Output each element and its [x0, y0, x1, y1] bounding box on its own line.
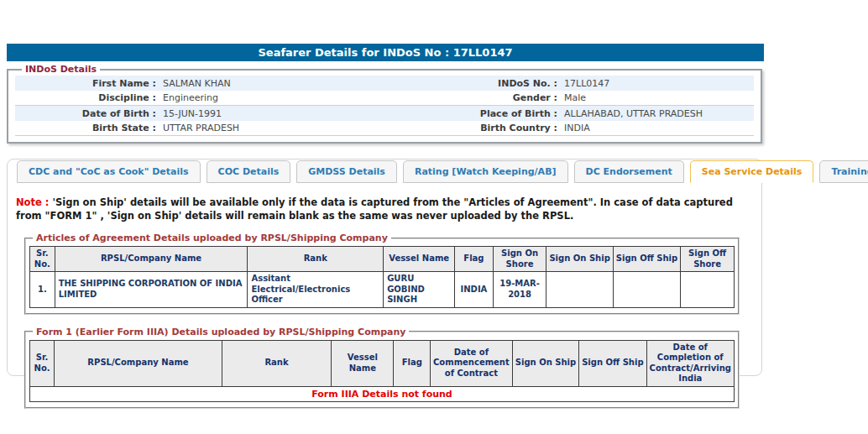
col-date-of-commencement: Date of Commencement of Contract: [431, 340, 513, 386]
col-rpsl-company-name: RPSL/Company Name: [55, 340, 222, 386]
cell-sign-on-ship: [546, 272, 613, 308]
articles-of-agreement-legend: Articles of Agreement Details uploaded b…: [33, 233, 391, 243]
col-flag: Flag: [394, 340, 431, 386]
tab-rating-watch-keeping-ab[interactable]: Rating [Watch Keeping/AB]: [403, 160, 568, 183]
col-flag: Flag: [455, 247, 494, 272]
first-name-value: SALMAN KHAN: [163, 78, 458, 89]
col-sign-on-shore: Sign On Shore: [493, 247, 546, 272]
tab-cdc-coc-as-cook-details[interactable]: CDC and "CoC as Cook" Details: [17, 160, 201, 183]
form1-empty-message: Form IIIA Details not found: [30, 386, 735, 402]
gender-label: Gender :: [465, 92, 557, 103]
form1-table: Sr. No. RPSL/Company Name Rank Vessel Na…: [29, 340, 735, 403]
col-sr-no: Sr. No.: [30, 247, 55, 272]
date-of-birth-value: 15-JUN-1991: [163, 108, 458, 119]
form1-legend: Form 1 (Earlier Form IIIA) Details uploa…: [33, 327, 409, 337]
tab-bar: CDC and "CoC as Cook" Details COC Detail…: [8, 159, 761, 183]
birth-country-value: INDIA: [564, 123, 754, 133]
col-vessel-name: Vessel Name: [332, 340, 394, 386]
col-sign-on-ship: Sign On Ship: [512, 340, 578, 386]
date-of-birth-label: Date of Birth :: [15, 108, 156, 119]
birth-state-label: Birth State :: [15, 123, 156, 133]
indos-no-label: INDoS No. :: [465, 78, 557, 89]
discipline-label: Discipline :: [15, 92, 156, 103]
indos-row-discipline-gender: Discipline : Engineering Gender : Male: [15, 91, 754, 106]
col-date-of-completion: Date of Completion of Contract/Arriving …: [646, 340, 734, 386]
place-of-birth-label: Place of Birth :: [465, 108, 557, 119]
gender-value: Male: [564, 92, 754, 103]
page-title: Seafarer Details for INDoS No : 17LL0147: [7, 44, 764, 61]
col-sign-off-shore: Sign Off Shore: [681, 247, 735, 272]
seafarer-details-page: Seafarer Details for INDoS No : 17LL0147…: [0, 0, 868, 434]
indos-row-state-country: Birth State : UTTAR PRADESH Birth Countr…: [15, 121, 754, 136]
col-sign-off-ship: Sign Off Ship: [579, 340, 646, 386]
note-text: 'Sign on Ship' details will be available…: [16, 196, 733, 222]
form1-header-row: Sr. No. RPSL/Company Name Rank Vessel Na…: [30, 340, 735, 386]
indos-row-birth: Date of Birth : 15-JUN-1991 Place of Bir…: [15, 106, 754, 121]
articles-header-row: Sr. No. RPSL/Company Name Rank Vessel Na…: [30, 247, 735, 272]
tab-gmdss-details[interactable]: GMDSS Details: [296, 160, 397, 183]
note-prefix: Note :: [16, 196, 49, 208]
cell-sr-no: 1.: [30, 272, 55, 308]
col-sr-no: Sr. No.: [30, 340, 55, 386]
col-sign-on-ship: Sign On Ship: [546, 247, 613, 272]
form1-empty-row: Form IIIA Details not found: [30, 386, 735, 402]
col-vessel-name: Vessel Name: [384, 247, 455, 272]
cell-rank: Assitant Electrical/Electronics Officer: [248, 272, 384, 308]
col-rank: Rank: [222, 340, 331, 386]
cell-sign-on-shore: 19-MAR-2018: [493, 272, 546, 308]
tab-dc-endorsement[interactable]: DC Endorsement: [574, 160, 684, 183]
form1-fieldset: Form 1 (Earlier Form IIIA) Details uploa…: [24, 327, 740, 410]
indos-details-legend: INDoS Details: [22, 64, 100, 75]
col-sign-off-ship: Sign Off Ship: [613, 247, 680, 272]
indos-no-value: 17LL0147: [564, 78, 754, 89]
col-rpsl-company-name: RPSL/Company Name: [55, 247, 248, 272]
col-rank: Rank: [248, 247, 384, 272]
birth-country-label: Birth Country :: [465, 123, 557, 133]
cell-sign-off-ship: [613, 272, 680, 308]
tab-sea-service-details[interactable]: Sea Service Details: [690, 160, 814, 183]
first-name-label: First Name :: [15, 78, 156, 89]
cell-flag: INDIA: [455, 272, 494, 308]
articles-of-agreement-fieldset: Articles of Agreement Details uploaded b…: [24, 233, 740, 315]
tab-training-details[interactable]: Training Details: [819, 160, 868, 183]
indos-row-name-no: First Name : SALMAN KHAN INDoS No. : 17L…: [15, 76, 754, 91]
table-row: 1. THE SHIPPING CORPORATION OF INDIA LIM…: [30, 272, 735, 308]
indos-details-fieldset: INDoS Details First Name : SALMAN KHAN I…: [7, 64, 762, 144]
birth-state-value: UTTAR PRADESH: [163, 123, 458, 133]
tab-coc-details[interactable]: COC Details: [207, 160, 291, 183]
sign-on-ship-note: Note : 'Sign on Ship' details will be av…: [16, 196, 751, 222]
cell-company-name: THE SHIPPING CORPORATION OF INDIA LIMITE…: [55, 272, 248, 308]
place-of-birth-value: ALLAHABAD, UTTAR PRADESH: [564, 108, 754, 119]
discipline-value: Engineering: [163, 92, 458, 103]
articles-of-agreement-table: Sr. No. RPSL/Company Name Rank Vessel Na…: [29, 246, 735, 308]
cell-vessel-name: GURU GOBIND SINGH: [384, 272, 455, 308]
tab-content-panel: CDC and "CoC as Cook" Details COC Detail…: [7, 159, 762, 376]
cell-sign-off-shore: [681, 272, 735, 308]
